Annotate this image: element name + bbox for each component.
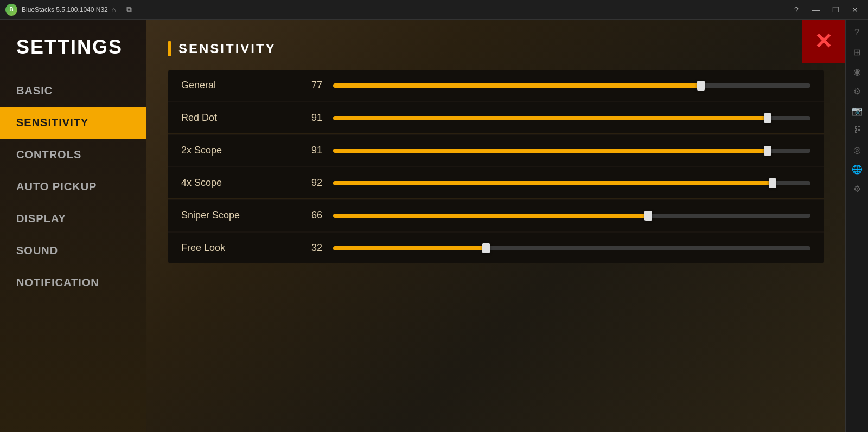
sensitivity-row-freelook: Free Look 32: [168, 233, 824, 263]
slider-fill-4xscope: [333, 181, 773, 185]
app-logo: B: [5, 4, 17, 16]
sensitivity-row-2xscope: 2x Scope 91: [168, 135, 824, 166]
slider-general[interactable]: [333, 80, 810, 91]
right-icon-camera[interactable]: 📷: [848, 102, 866, 119]
slider-fill-general: [333, 83, 701, 88]
sensitivity-row-general: General 77: [168, 70, 824, 101]
slider-track-reddot: [333, 116, 810, 120]
right-icon-grid[interactable]: ⊞: [848, 43, 866, 61]
sidebar-item-display[interactable]: DISPLAY: [0, 203, 146, 235]
slider-thumb-reddot[interactable]: [764, 113, 771, 123]
slider-track-4xscope: [333, 181, 810, 185]
close-button[interactable]: ✕: [847, 4, 863, 15]
help-button[interactable]: ?: [789, 4, 804, 15]
slider-track-sniper: [333, 214, 810, 218]
sensitivity-row-sniper: Sniper Scope 66: [168, 200, 824, 231]
value-sniper: 66: [290, 210, 322, 221]
minimize-button[interactable]: —: [808, 4, 824, 15]
game-close-button[interactable]: ✕: [802, 20, 845, 63]
right-icon-gear[interactable]: ⚙: [848, 180, 866, 197]
right-icon-target[interactable]: ◎: [848, 141, 866, 158]
value-reddot: 91: [290, 112, 322, 124]
slider-freelook[interactable]: [333, 243, 810, 254]
section-indicator: [168, 41, 171, 56]
home-icon[interactable]: ⌂: [108, 4, 120, 16]
value-4xscope: 92: [290, 177, 322, 189]
slider-track-2xscope: [333, 149, 810, 153]
slider-4xscope[interactable]: [333, 178, 810, 189]
content-area: SENSITIVITY General 77 Red Dot 91: [146, 20, 845, 432]
value-2xscope: 91: [290, 145, 322, 156]
slider-reddot[interactable]: [333, 113, 810, 124]
sidebar-item-basic[interactable]: BASIC: [0, 75, 146, 107]
sidebar-item-auto-pickup[interactable]: AUTO PICKUP: [0, 171, 146, 203]
slider-track-freelook: [333, 246, 810, 250]
slider-thumb-2xscope[interactable]: [764, 146, 771, 156]
label-freelook: Free Look: [181, 242, 290, 254]
label-general: General: [181, 80, 290, 91]
slider-sniper[interactable]: [333, 210, 810, 221]
sidebar-item-sound[interactable]: SOUND: [0, 235, 146, 267]
restore-button[interactable]: ❐: [828, 4, 843, 15]
right-icon-help[interactable]: ?: [848, 24, 866, 41]
sidebar: SETTINGS BASIC SENSITIVITY CONTROLS AUTO…: [0, 20, 146, 432]
close-x-icon: ✕: [814, 30, 833, 52]
label-reddot: Red Dot: [181, 112, 290, 124]
multi-icon[interactable]: ⧉: [123, 4, 135, 16]
sidebar-item-controls[interactable]: CONTROLS: [0, 139, 146, 171]
right-icon-globe[interactable]: 🌐: [848, 160, 866, 178]
slider-thumb-4xscope[interactable]: [769, 178, 776, 188]
slider-fill-2xscope: [333, 149, 768, 153]
sensitivity-list: General 77 Red Dot 91: [168, 70, 824, 263]
sidebar-item-sensitivity[interactable]: SENSITIVITY: [0, 107, 146, 139]
slider-fill-reddot: [333, 116, 768, 120]
right-icon-settings[interactable]: ⚙: [848, 82, 866, 100]
label-4xscope: 4x Scope: [181, 177, 290, 189]
slider-fill-freelook: [333, 246, 486, 250]
sidebar-item-notification[interactable]: NOTIFICATION: [0, 267, 146, 299]
value-general: 77: [290, 80, 322, 91]
label-2xscope: 2x Scope: [181, 145, 290, 156]
slider-thumb-general[interactable]: [697, 81, 705, 91]
section-title: SENSITIVITY: [178, 41, 276, 56]
section-header: SENSITIVITY: [168, 41, 824, 56]
settings-title: SETTINGS: [0, 30, 146, 75]
right-icon-circle[interactable]: ◉: [848, 63, 866, 80]
right-sidebar: ? ⊞ ◉ ⚙ 📷 ⛓ ◎ 🌐 ⚙: [845, 20, 868, 432]
sensitivity-row-reddot: Red Dot 91: [168, 102, 824, 134]
label-sniper: Sniper Scope: [181, 210, 290, 221]
slider-thumb-sniper[interactable]: [644, 211, 652, 221]
window-controls: ? — ❐ ✕: [789, 4, 863, 15]
main-container: SETTINGS BASIC SENSITIVITY CONTROLS AUTO…: [0, 20, 845, 432]
slider-2xscope[interactable]: [333, 145, 810, 156]
slider-fill-sniper: [333, 214, 648, 218]
slider-thumb-freelook[interactable]: [482, 243, 490, 253]
app-title: BlueStacks 5.5.100.1040 N32: [22, 6, 108, 14]
slider-track-general: [333, 83, 810, 88]
right-icon-link[interactable]: ⛓: [848, 121, 866, 139]
sensitivity-row-4xscope: 4x Scope 92: [168, 167, 824, 199]
value-freelook: 32: [290, 242, 322, 254]
titlebar: B BlueStacks 5.5.100.1040 N32 ⌂ ⧉ ? — ❐ …: [0, 0, 868, 20]
